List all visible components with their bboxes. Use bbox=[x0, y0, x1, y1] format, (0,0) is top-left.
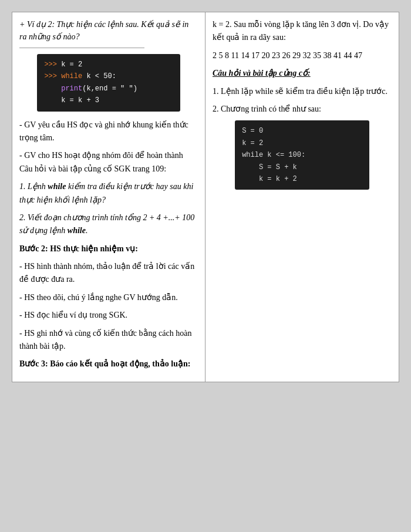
step2-note1: - HS hình thành nhóm, thảo luận để trả l… bbox=[19, 260, 198, 287]
note-1: - GV yêu cầu HS đọc và ghi nhớ khung kiế… bbox=[19, 119, 198, 145]
right-column: k = 2. Sau mỗi vòng lặp k tăng lên 3 đơn… bbox=[206, 12, 399, 382]
code-block-2: S = 0 k = 2 while k <= 100: S = S + k k … bbox=[235, 120, 369, 190]
prompt-1: >>> bbox=[44, 60, 61, 69]
q2-prefix: 2. Viết đoạn chương trình tính tổng 2 + … bbox=[19, 213, 194, 235]
right-ans1: 1. Lệnh lặp while sẽ kiểm tra điều kiện … bbox=[213, 85, 392, 98]
right-section-title: Câu hỏi và bài tập củng cố: bbox=[213, 67, 392, 80]
code2-line3: while k <= 100: bbox=[242, 149, 362, 161]
code-update-1: k = k + 3 bbox=[44, 96, 99, 105]
right-ans2: 2. Chương trình có thể như sau: bbox=[213, 103, 392, 116]
right-para1: k = 2. Sau mỗi vòng lặp k tăng lên 3 đơn… bbox=[213, 18, 392, 45]
q1-prefix: 1. Lệnh bbox=[19, 182, 48, 191]
question-1: 1. Lệnh while kiểm tra điều kiện trước h… bbox=[19, 180, 198, 207]
code-condition-1: k < 50: bbox=[82, 72, 116, 80]
step2-note3: - HS đọc hiểu ví dụ trong SGK. bbox=[19, 309, 198, 322]
code-indent-1 bbox=[44, 85, 61, 93]
example-title: + Ví dụ 2: Thực hiện các lệnh sau. Kết q… bbox=[19, 18, 198, 43]
step3-title: Bước 3: Báo cáo kết quả hoạt động, thảo … bbox=[19, 358, 198, 371]
q2-bold: while bbox=[68, 226, 86, 235]
code-line-3: print(k,end = " ") bbox=[44, 83, 173, 95]
code-line-4: k = k + 3 bbox=[44, 95, 173, 106]
step2-title: Bước 2: HS thực hiện nhiệm vụ: bbox=[19, 243, 198, 255]
print-kw: print bbox=[61, 85, 82, 93]
code2-inc: k = k + 2 bbox=[242, 175, 297, 183]
code2-k2: k = 2 bbox=[242, 139, 263, 147]
code-k2: k = 2 bbox=[61, 60, 82, 69]
while-kw-2: while bbox=[242, 151, 263, 159]
print-args: (k,end = " ") bbox=[82, 85, 137, 93]
q2-suffix: . bbox=[86, 226, 88, 235]
code2-line5: k = k + 2 bbox=[242, 173, 362, 185]
code2-s0: S = 0 bbox=[242, 127, 263, 135]
code2-condition: k <= 100: bbox=[263, 151, 305, 159]
prompt-2: >>> bbox=[44, 72, 61, 80]
code2-line4: S = S + k bbox=[242, 161, 362, 173]
code-line-2: >>> while k < 50: bbox=[44, 70, 173, 82]
step2-note2: - HS theo dõi, chú ý lắng nghe GV hướng … bbox=[19, 291, 198, 304]
left-column: + Ví dụ 2: Thực hiện các lệnh sau. Kết q… bbox=[12, 12, 206, 382]
code-line-1: >>> k = 2 bbox=[44, 59, 173, 70]
step2-note4: - HS ghi nhớ và cùng cố kiến thức bằng c… bbox=[19, 327, 198, 353]
question-2: 2. Viết đoạn chương trình tính tổng 2 + … bbox=[19, 211, 198, 238]
right-sequence: 2 5 8 11 14 17 20 23 26 29 32 35 38 41 4… bbox=[213, 49, 392, 62]
code2-sum: S = S + k bbox=[242, 163, 297, 171]
code2-line2: k = 2 bbox=[242, 137, 362, 149]
code2-line1: S = 0 bbox=[242, 125, 362, 137]
divider bbox=[19, 48, 144, 48]
while-kw-1: while bbox=[61, 72, 82, 80]
note-2: - GV cho HS hoạt động nhóm đôi để hoàn t… bbox=[19, 149, 198, 176]
code-block-1: >>> k = 2 >>> while k < 50: print(k,end … bbox=[37, 54, 180, 112]
page: + Ví dụ 2: Thực hiện các lệnh sau. Kết q… bbox=[12, 12, 399, 382]
q1-bold: while bbox=[48, 182, 66, 191]
